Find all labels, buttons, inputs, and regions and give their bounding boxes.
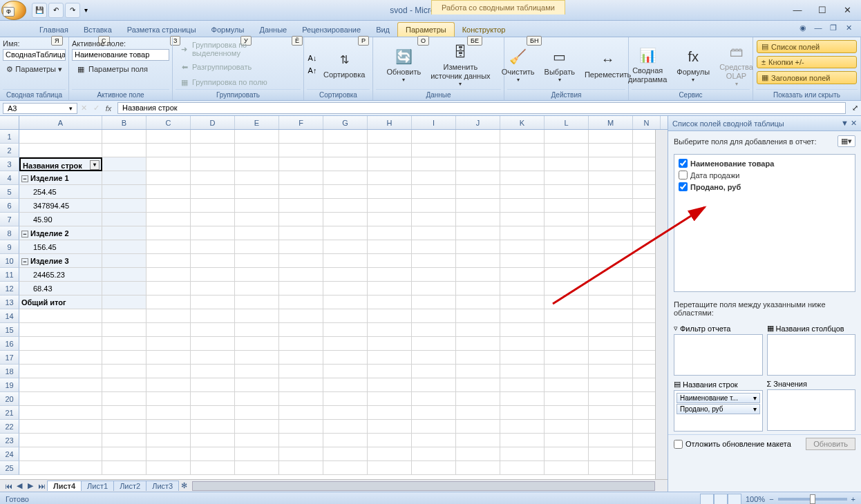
area-values[interactable] bbox=[767, 389, 856, 431]
cell[interactable] bbox=[412, 144, 456, 157]
cell[interactable] bbox=[368, 268, 412, 282]
cell[interactable] bbox=[102, 323, 146, 337]
cell[interactable] bbox=[191, 268, 235, 282]
cell[interactable] bbox=[146, 199, 191, 213]
cell[interactable] bbox=[456, 199, 500, 213]
cell[interactable] bbox=[589, 392, 633, 406]
cell[interactable] bbox=[191, 323, 235, 337]
cell[interactable] bbox=[589, 185, 633, 199]
col-header-A[interactable]: A bbox=[19, 116, 102, 129]
cell[interactable] bbox=[235, 171, 279, 185]
cell[interactable] bbox=[235, 213, 279, 226]
cell[interactable] bbox=[102, 337, 146, 351]
cell[interactable] bbox=[323, 144, 368, 157]
sort-asc-icon[interactable]: A↓ bbox=[307, 52, 318, 64]
cell[interactable] bbox=[368, 144, 412, 157]
cell[interactable] bbox=[191, 130, 235, 144]
cell[interactable] bbox=[102, 130, 146, 144]
cell[interactable] bbox=[279, 392, 323, 406]
cell[interactable] bbox=[589, 337, 633, 351]
cell[interactable]: Общий итог bbox=[19, 295, 102, 309]
area-rows[interactable]: Наименование т...▾ Продано, руб▾ bbox=[674, 390, 763, 432]
cell[interactable] bbox=[146, 351, 191, 365]
cell[interactable] bbox=[500, 226, 545, 240]
row-header-2[interactable]: 2 bbox=[0, 144, 19, 157]
cell[interactable] bbox=[279, 434, 323, 447]
cell[interactable] bbox=[146, 226, 191, 240]
col-header-L[interactable]: L bbox=[545, 116, 589, 129]
cell[interactable]: −Изделие 3 bbox=[19, 254, 102, 268]
cell[interactable] bbox=[456, 157, 500, 171]
cell[interactable] bbox=[500, 199, 545, 213]
cell[interactable] bbox=[500, 130, 545, 144]
cell[interactable] bbox=[368, 199, 412, 213]
cell[interactable] bbox=[102, 254, 146, 268]
tab-insert[interactable]: Вставка bbox=[76, 23, 120, 37]
cell[interactable] bbox=[456, 434, 500, 447]
cell[interactable] bbox=[102, 406, 146, 420]
cell[interactable] bbox=[589, 461, 633, 475]
cell[interactable] bbox=[456, 447, 500, 461]
tab-review[interactable]: Рецензирование bbox=[294, 23, 368, 37]
row-header-5[interactable]: 5 bbox=[0, 185, 19, 199]
row-header-16[interactable]: 16 bbox=[0, 337, 19, 351]
cell[interactable] bbox=[19, 447, 102, 461]
sheet-tab-2[interactable]: Лист1 bbox=[81, 481, 114, 491]
cell[interactable] bbox=[412, 240, 456, 254]
cell[interactable] bbox=[500, 240, 545, 254]
cell[interactable] bbox=[323, 337, 368, 351]
cell[interactable] bbox=[146, 157, 191, 171]
cell[interactable] bbox=[279, 157, 323, 171]
cell[interactable] bbox=[235, 226, 279, 240]
cell[interactable] bbox=[146, 447, 191, 461]
cell[interactable] bbox=[102, 144, 146, 157]
cell[interactable] bbox=[235, 240, 279, 254]
cell[interactable] bbox=[191, 185, 235, 199]
cell[interactable] bbox=[279, 323, 323, 337]
cell[interactable] bbox=[456, 213, 500, 226]
pivot-name-input[interactable]: СводнаяТаблица bbox=[3, 49, 66, 61]
cell[interactable] bbox=[456, 309, 500, 323]
cell[interactable] bbox=[368, 254, 412, 268]
office-button[interactable]: Ф bbox=[1, 1, 26, 20]
cell[interactable] bbox=[368, 240, 412, 254]
chevron-down-icon[interactable]: ▾ bbox=[753, 394, 757, 402]
group-selection-button[interactable]: ➜Группировка по выделенному bbox=[176, 39, 301, 59]
cell[interactable] bbox=[412, 295, 456, 309]
row-header-10[interactable]: 10 bbox=[0, 254, 19, 268]
cell[interactable] bbox=[412, 130, 456, 144]
sort-button[interactable]: ⇅Сортировка bbox=[319, 47, 369, 81]
cell[interactable] bbox=[412, 420, 456, 434]
cell[interactable] bbox=[323, 447, 368, 461]
row-header-8[interactable]: 8 bbox=[0, 226, 19, 240]
cell[interactable] bbox=[456, 392, 500, 406]
cell[interactable] bbox=[279, 226, 323, 240]
formula-input[interactable]: Названия строк bbox=[117, 102, 846, 114]
cell[interactable] bbox=[191, 144, 235, 157]
cell[interactable] bbox=[456, 295, 500, 309]
cell[interactable] bbox=[279, 199, 323, 213]
cell[interactable] bbox=[191, 365, 235, 378]
olap-button[interactable]: 🗃Средства OLAP▾ bbox=[715, 39, 757, 89]
page-break-view-icon[interactable] bbox=[728, 494, 741, 505]
row-header-25[interactable]: 25 bbox=[0, 461, 19, 475]
col-header-H[interactable]: H bbox=[368, 116, 412, 129]
cell[interactable] bbox=[500, 171, 545, 185]
cell[interactable] bbox=[102, 282, 146, 295]
cell[interactable] bbox=[412, 254, 456, 268]
cell[interactable] bbox=[146, 420, 191, 434]
cell[interactable] bbox=[146, 282, 191, 295]
cell[interactable] bbox=[589, 240, 633, 254]
cell[interactable] bbox=[589, 351, 633, 365]
cell[interactable] bbox=[456, 268, 500, 282]
cell[interactable] bbox=[545, 213, 589, 226]
cell[interactable] bbox=[323, 130, 368, 144]
cell[interactable] bbox=[500, 309, 545, 323]
cell[interactable] bbox=[235, 378, 279, 392]
collapse-icon[interactable]: − bbox=[21, 258, 28, 265]
cell[interactable] bbox=[191, 420, 235, 434]
cell[interactable] bbox=[412, 365, 456, 378]
cell[interactable] bbox=[191, 434, 235, 447]
cell[interactable] bbox=[323, 240, 368, 254]
cell[interactable] bbox=[545, 434, 589, 447]
